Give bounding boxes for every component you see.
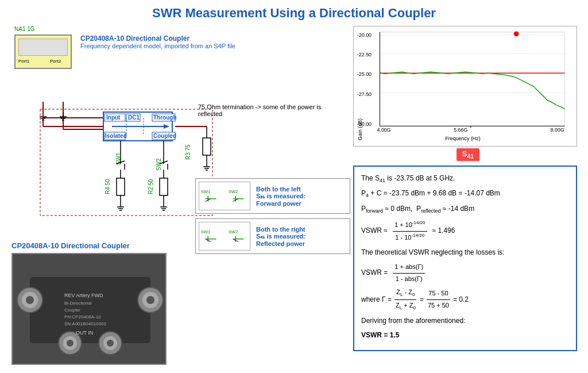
photo-placeholder: REV Artery FWD Bi-Directional Coupler PN…	[13, 254, 165, 364]
svg-text:SN:A001B04010302: SN:A001B04010302	[64, 321, 107, 326]
svg-text:OUT       IN: OUT IN	[76, 330, 93, 336]
svg-text:4.00G: 4.00G	[377, 127, 390, 133]
svg-text:SW1: SW1	[201, 189, 211, 194]
svg-point-116	[514, 32, 519, 36]
switch-diagram-left: SW1 SW2 Both to the left S₃₁ is measured…	[195, 178, 350, 214]
svg-text:8.00G: 8.00G	[551, 127, 564, 133]
svg-text:Through: Through	[153, 114, 177, 121]
formula-s41: The S41 is -23.75 dB at 5 GHz.	[361, 172, 569, 186]
svg-text:-22.50: -22.50	[357, 52, 372, 57]
svg-text:Coupled: Coupled	[153, 133, 176, 139]
right-area: -20.00 -22.50 -25.00 -27.50 -30.00 4.00G…	[353, 26, 583, 371]
formula-theoretical-intro: The theoretical VSWR neglecting the loss…	[361, 247, 569, 259]
svg-text:-20.00: -20.00	[357, 32, 372, 38]
svg-rect-39	[117, 178, 125, 195]
switch-svg-right: SW1 SW2	[199, 222, 250, 251]
lower-title: CP20408A-10 Directional Coupler	[11, 241, 189, 250]
page-title: SWR Measurement Using a Directional Coup…	[0, 0, 588, 24]
svg-text:DC1: DC1	[128, 114, 140, 121]
formula-p4: P4 + C = -23.75 dBm + 9.68 dB = -14.07 d…	[361, 187, 569, 201]
svg-text:5.66G: 5.66G	[454, 127, 467, 133]
switch-svg-left: SW1 SW2	[199, 182, 250, 210]
svg-text:-27.50: -27.50	[357, 91, 372, 97]
formula-vswr2: VSWR = 1 + abs(Γ) 1 - abs(Γ)	[361, 262, 569, 285]
main-container: SWR Measurement Using a Directional Coup…	[0, 0, 588, 373]
s41-badge: S41	[457, 148, 480, 161]
svg-text:Gain (dB): Gain (dB)	[357, 118, 363, 140]
switch-diagrams: SW1 SW2 Both to the left S₃₁ is measured…	[195, 178, 350, 259]
svg-rect-46	[160, 178, 168, 195]
svg-text:R3 75: R3 75	[185, 144, 191, 160]
switch-left-title: Both to the left	[256, 186, 305, 193]
svg-text:Input: Input	[106, 114, 121, 121]
svg-point-91	[107, 340, 114, 347]
switch-left-text: Both to the left S₃₁ is measured: Forwar…	[256, 186, 305, 207]
na1-label: NA1 1G	[14, 26, 35, 32]
left-area: NA1 1G Port1 Port2 CP20408A-10 Direction…	[6, 26, 350, 359]
formula-vswr-result: VSWR = 1.5	[361, 329, 569, 342]
svg-marker-14	[164, 124, 169, 129]
svg-point-85	[146, 296, 154, 304]
svg-text:R2 50: R2 50	[148, 179, 154, 194]
switch-right-title: Both to the right	[256, 226, 305, 233]
svg-text:SW2: SW2	[229, 229, 238, 234]
coupler-info: CP20408A-10 Directional Coupler Frequenc…	[80, 34, 235, 49]
svg-point-88	[67, 340, 74, 347]
switch-left-line2: Forward power	[256, 200, 305, 207]
coupler-subtitle: Frequency dependent model, imported from…	[80, 43, 235, 49]
svg-text:SW2: SW2	[156, 158, 162, 171]
svg-text:SW1: SW1	[201, 229, 211, 234]
svg-text:SW2: SW2	[229, 189, 238, 194]
formulas-panel: The S41 is -23.75 dB at 5 GHz. P4 + C = …	[353, 166, 577, 351]
formula-gamma: where Γ = ZL - Z0 ZL + Z0 = 75 - 50 75 +…	[361, 287, 569, 312]
formula-deriving: Deriving from the aforementioned:	[361, 315, 569, 328]
svg-rect-54	[203, 138, 211, 155]
port2-label: Port2	[50, 59, 61, 64]
svg-point-82	[26, 296, 34, 304]
port1-label: Port1	[18, 59, 29, 64]
svg-text:Frequency (Hz): Frequency (Hz)	[445, 136, 480, 141]
lower-left: CP20408A-10 Directional Coupler	[11, 241, 189, 365]
switch-right-text: Both to the right S₄₁ is measured: Refle…	[256, 226, 305, 247]
coupler-title: CP20408A-10 Directional Coupler	[80, 34, 235, 43]
switch-diagram-right: SW1 SW2 Both to the right S₄₁ is measure…	[195, 218, 350, 254]
svg-text:R4 50: R4 50	[105, 179, 111, 194]
switch-left-line1: S₃₁ is measured:	[256, 193, 305, 200]
formula-vswr: VSWR ≈ 1 + 10-14/20 1 - 10-14/20 ≈ 1.496	[361, 219, 569, 243]
svg-text:Isolated: Isolated	[105, 133, 127, 139]
svg-text:Coupler: Coupler	[64, 307, 80, 313]
switch-right-line2: Reflected power	[256, 240, 305, 247]
svg-text:Bi-Directional: Bi-Directional	[64, 301, 92, 306]
switch-right-line1: S₄₁ is measured:	[256, 233, 305, 240]
coupler-photo: REV Artery FWD Bi-Directional Coupler PN…	[11, 253, 167, 365]
chart-svg: -20.00 -22.50 -25.00 -27.50 -30.00 4.00G…	[354, 26, 577, 146]
formula-power: Pforward ≈ 0 dBm, Preflected ≈ -14 dBm	[361, 203, 569, 216]
s41-label: S41	[353, 148, 583, 161]
svg-text:PN:CP20408A-10: PN:CP20408A-10	[64, 314, 101, 320]
na-box-screen	[18, 39, 68, 56]
na-box: Port1 Port2	[14, 34, 72, 69]
svg-text:REV   Artery  FWD: REV Artery FWD	[64, 293, 103, 298]
svg-text:-25.00: -25.00	[357, 71, 372, 77]
chart-container: -20.00 -22.50 -25.00 -27.50 -30.00 4.00G…	[353, 26, 577, 147]
svg-rect-99	[380, 32, 564, 126]
